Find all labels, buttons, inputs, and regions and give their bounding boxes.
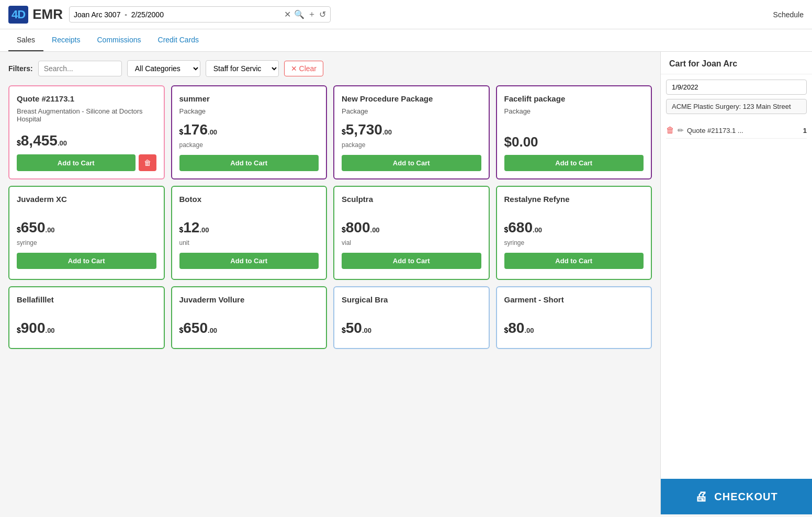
filter-categories-select[interactable]: All Categories [127, 60, 200, 77]
price-dollar: $ [17, 327, 21, 334]
price-main: 800 [346, 220, 370, 235]
search-icon[interactable]: 🔍 [294, 9, 304, 19]
logo-4d-text: 4D [12, 8, 25, 21]
add-to-cart-button[interactable]: Add to Cart [342, 155, 481, 171]
price-main: 50 [346, 321, 362, 335]
product-name: Juvaderm Vollure [179, 295, 319, 305]
main-layout: Filters: All Categories Staff for Servic… [0, 52, 812, 514]
price-unit: package [342, 141, 481, 149]
filter-staff-select[interactable]: Staff for Servic [206, 60, 279, 77]
price-main: 680 [508, 220, 533, 235]
price-dollar: $ [179, 128, 184, 136]
product-name: Restalyne Refyne [504, 194, 644, 205]
product-name: Facelift package [504, 94, 644, 104]
product-card-garment-short: Garment - Short $ 80 .00 [496, 286, 652, 349]
price-main: 650 [183, 321, 208, 335]
price-cents: .00 [524, 327, 534, 334]
filters-label: Filters: [8, 64, 33, 73]
price-dollar: $ [342, 226, 346, 233]
product-price: $ 8,455 .00 [17, 133, 156, 148]
cart-item-edit-button[interactable]: ✏ [678, 126, 684, 134]
product-price: $ 800 .00 [342, 220, 481, 235]
product-price: $ 900 .00 [17, 321, 156, 335]
product-grid: Quote #21173.1 Breast Augmentation - Sil… [8, 85, 652, 349]
product-name: Quote #21173.1 [17, 94, 156, 104]
cart-date-input[interactable] [666, 80, 807, 95]
schedule-button[interactable]: Schedule [773, 10, 804, 19]
card-buttons: Add to Cart [17, 253, 156, 269]
product-price: $ 176 .00 [179, 122, 319, 137]
price-cents: .00 [208, 128, 217, 136]
product-card-facelift: Facelift package Package $0.00 Add to Ca… [496, 85, 652, 179]
products-area: Filters: All Categories Staff for Servic… [0, 52, 660, 514]
history-icon[interactable]: ↺ [319, 9, 326, 19]
price-dollar: $ [17, 139, 21, 147]
add-to-cart-button[interactable]: Add to Cart [179, 155, 319, 171]
cart-item-delete-button[interactable]: 🗑 [666, 126, 674, 135]
add-to-cart-button[interactable]: Add to Cart [504, 155, 644, 171]
price-main: 900 [21, 321, 46, 335]
product-name: Garment - Short [504, 295, 644, 305]
product-description: Breast Augmentation - Silicone at Doctor… [17, 107, 156, 123]
price-main: 80 [508, 321, 524, 335]
filter-search-input[interactable] [38, 61, 122, 76]
product-price: $ 12 .00 [179, 220, 319, 235]
add-to-cart-button[interactable]: Add to Cart [17, 253, 156, 269]
price-cents: .00 [46, 226, 55, 234]
product-card-summer: summer Package $ 176 .00 package Add to … [171, 85, 328, 179]
search-bar: ✕ 🔍 ＋ ↺ [69, 6, 331, 23]
price-dollar: $ [17, 226, 21, 233]
add-icon[interactable]: ＋ [308, 9, 316, 20]
product-card-sculptra: Sculptra $ 800 .00 vial Add to Cart [333, 186, 490, 280]
card-buttons: Add to Cart 🗑 [17, 154, 156, 171]
cart-address: ACME Plastic Surgery: 123 Main Street [666, 99, 807, 114]
price-dollar: $ [342, 327, 346, 334]
add-to-cart-button[interactable]: Add to Cart [17, 154, 136, 171]
header: 4D EMR ✕ 🔍 ＋ ↺ Schedule [0, 0, 812, 29]
cart-items: 🗑 ✏ Quote #21173.1 ... 1 [661, 118, 812, 479]
product-card-botox: Botox $ 12 .00 unit Add to Cart [171, 186, 328, 280]
product-card-quote-21173: Quote #21173.1 Breast Augmentation - Sil… [8, 85, 165, 179]
price-main: 650 [21, 220, 46, 235]
product-name: Juvaderm XC [17, 194, 156, 205]
checkout-label: CHECKOUT [714, 491, 777, 503]
card-buttons: Add to Cart [342, 155, 481, 171]
clear-button[interactable]: ✕ Clear [284, 61, 323, 76]
price-dollar: $ [504, 226, 509, 233]
price-cents: .00 [382, 128, 392, 136]
card-buttons: Add to Cart [179, 253, 319, 269]
product-name: Botox [179, 194, 319, 205]
cart-panel: Cart for Joan Arc ACME Plastic Surgery: … [660, 52, 812, 514]
product-price: $0.00 [504, 135, 644, 149]
add-to-cart-button[interactable]: Add to Cart [179, 253, 319, 269]
price-cents: .00 [362, 327, 371, 334]
product-price: $ 650 .00 [17, 220, 156, 235]
product-description: Package [504, 107, 644, 115]
tab-commissions[interactable]: Commissions [89, 29, 150, 51]
product-name: Surgical Bra [342, 295, 481, 305]
clear-search-icon[interactable]: ✕ [284, 9, 291, 19]
tab-sales[interactable]: Sales [8, 29, 43, 51]
product-name: Sculptra [342, 194, 481, 205]
product-card-juvaderm-vollure: Juvaderm Vollure $ 650 .00 [171, 286, 328, 349]
card-buttons: Add to Cart [179, 155, 319, 171]
price-unit: package [179, 141, 319, 149]
price-main: 176 [183, 122, 208, 137]
product-name: New Procedure Package [342, 94, 481, 104]
header-actions: Schedule [773, 10, 804, 19]
cart-item: 🗑 ✏ Quote #21173.1 ... 1 [666, 122, 807, 139]
add-to-cart-button[interactable]: Add to Cart [342, 253, 481, 269]
price-dollar: $ [342, 128, 346, 136]
checkout-button[interactable]: 🖨 CHECKOUT [661, 479, 812, 514]
add-to-cart-button[interactable]: Add to Cart [504, 253, 644, 269]
price-cents: .00 [46, 327, 55, 334]
card-buttons: Add to Cart [342, 253, 481, 269]
tab-receipts[interactable]: Receipts [43, 29, 88, 51]
price-cents: .00 [370, 226, 380, 234]
logo: 4D EMR [8, 6, 63, 24]
cart-item-name: Quote #21173.1 ... [687, 127, 800, 134]
tab-credit-cards[interactable]: Credit Cards [150, 29, 208, 51]
price-dollar: $ [179, 327, 184, 334]
search-input[interactable] [74, 10, 281, 19]
delete-button[interactable]: 🗑 [139, 154, 156, 171]
